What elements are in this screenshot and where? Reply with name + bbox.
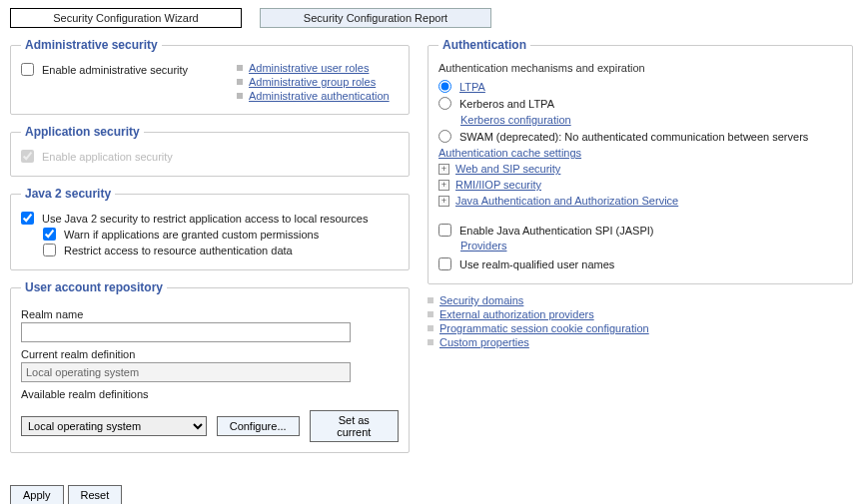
jaas-expander[interactable]: + Java Authentication and Authorization … — [438, 195, 842, 207]
apply-button[interactable]: Apply — [10, 485, 64, 504]
custom-properties-link[interactable]: Custom properties — [439, 336, 529, 348]
authentication-group: Authentication Authentication mechanisms… — [428, 38, 853, 284]
realm-name-label: Realm name — [21, 308, 399, 320]
auth-cache-settings-link[interactable]: Authentication cache settings — [438, 147, 581, 159]
web-sip-security-expander[interactable]: + Web and SIP security — [438, 163, 842, 175]
plus-icon: + — [438, 180, 449, 191]
administrative-security-group: Administrative security Enable administr… — [10, 38, 410, 115]
warn-custom-permissions-checkbox[interactable] — [43, 228, 56, 241]
admin-authentication-link[interactable]: Administrative authentication — [249, 90, 390, 102]
swam-label: SWAM (deprecated): No authenticated comm… — [459, 131, 808, 143]
available-realm-label: Available realm definitions — [21, 388, 399, 400]
restrict-resource-auth-checkbox[interactable] — [43, 244, 56, 256]
bullet-icon — [428, 339, 433, 345]
java2-security-group: Java 2 security Use Java 2 security to r… — [10, 187, 410, 270]
kerberos-ltpa-label: Kerberos and LTPA — [459, 98, 554, 110]
bullet-icon — [428, 325, 433, 331]
bullet-icon — [237, 79, 243, 85]
rmi-iiop-security-link[interactable]: RMI/IIOP security — [455, 179, 541, 191]
user-account-repository-group: User account repository Realm name Curre… — [10, 280, 410, 453]
enable-admin-security-label: Enable administrative security — [42, 64, 188, 76]
set-as-current-button[interactable]: Set as current — [310, 410, 399, 442]
admin-user-roles-link[interactable]: Administrative user roles — [249, 62, 369, 74]
kerberos-ltpa-radio[interactable] — [438, 97, 451, 110]
enable-app-security-label: Enable application security — [42, 151, 173, 163]
swam-radio[interactable] — [438, 130, 451, 143]
user-account-repository-legend: User account repository — [21, 280, 167, 294]
current-realm-label: Current realm definition — [21, 348, 399, 360]
authentication-legend: Authentication — [438, 38, 530, 52]
bullet-icon — [237, 93, 243, 99]
ltpa-link[interactable]: LTPA — [459, 81, 485, 93]
application-security-legend: Application security — [21, 125, 144, 139]
enable-app-security-checkbox — [21, 150, 34, 163]
enable-jaspi-checkbox[interactable] — [438, 224, 451, 237]
use-java2-security-label: Use Java 2 security to restrict applicat… — [42, 213, 368, 225]
jaas-link[interactable]: Java Authentication and Authorization Se… — [455, 195, 678, 207]
realm-qualified-label: Use realm-qualified user names — [459, 258, 614, 270]
tab-security-wizard[interactable]: Security Configuration Wizard — [10, 8, 242, 28]
bullet-icon — [237, 65, 243, 71]
bullet-icon — [428, 311, 433, 317]
configure-button[interactable]: Configure... — [217, 416, 300, 436]
plus-icon: + — [438, 164, 449, 175]
enable-jaspi-label: Enable Java Authentication SPI (JASPI) — [459, 225, 653, 237]
use-java2-security-checkbox[interactable] — [21, 212, 34, 225]
reset-button[interactable]: Reset — [68, 485, 123, 504]
available-realm-select[interactable]: Local operating system — [21, 416, 207, 436]
restrict-resource-auth-label: Restrict access to resource authenticati… — [64, 245, 293, 256]
plus-icon: + — [438, 196, 449, 207]
rmi-iiop-security-expander[interactable]: + RMI/IIOP security — [438, 179, 842, 191]
realm-qualified-checkbox[interactable] — [438, 257, 451, 270]
enable-admin-security-checkbox[interactable] — [21, 63, 34, 76]
warn-custom-permissions-label: Warn if applications are granted custom … — [64, 229, 319, 241]
jaspi-providers-link[interactable]: Providers — [460, 240, 506, 252]
admin-group-roles-link[interactable]: Administrative group roles — [249, 76, 376, 88]
security-domains-link[interactable]: Security domains — [439, 294, 523, 306]
web-sip-security-link[interactable]: Web and SIP security — [455, 163, 560, 175]
ltpa-radio[interactable] — [438, 80, 451, 93]
realm-name-input[interactable] — [21, 322, 351, 342]
external-auth-providers-link[interactable]: External authorization providers — [439, 308, 594, 320]
bullet-icon — [428, 297, 433, 303]
tab-security-report[interactable]: Security Configuration Report — [260, 8, 491, 28]
auth-subheading: Authentication mechanisms and expiration — [438, 62, 842, 74]
administrative-security-legend: Administrative security — [21, 38, 162, 52]
kerberos-config-link[interactable]: Kerberos configuration — [460, 114, 571, 126]
current-realm-field — [21, 362, 351, 382]
prog-session-cookie-link[interactable]: Programmatic session cookie configuratio… — [439, 322, 649, 334]
java2-security-legend: Java 2 security — [21, 187, 115, 201]
application-security-group: Application security Enable application … — [10, 125, 410, 177]
